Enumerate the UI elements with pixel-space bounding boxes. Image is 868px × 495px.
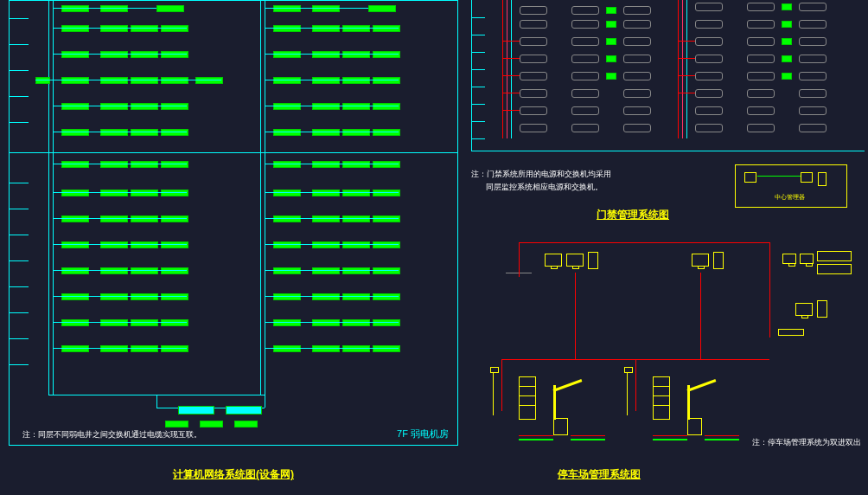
device-block (373, 267, 400, 274)
device-block (131, 241, 158, 248)
device-block (312, 267, 340, 274)
network-note: 注：同层不同弱电井之间交换机通过电缆实现互联。 (22, 429, 201, 440)
core-switch (226, 406, 262, 415)
device-block (131, 161, 158, 168)
device-block (273, 215, 301, 222)
device-block (161, 241, 188, 248)
device-block (373, 161, 400, 168)
server-block (165, 421, 188, 428)
room-label: 7F 弱电机房 (397, 428, 449, 440)
device-block (100, 51, 128, 58)
device-block (161, 345, 188, 352)
ground-loop (519, 439, 553, 440)
device-block (161, 215, 188, 222)
device-block (312, 103, 340, 110)
ground-loop (653, 439, 687, 440)
legend-computer-icon (818, 172, 827, 186)
monitor-icon (545, 254, 562, 267)
device-block (61, 215, 89, 222)
network-panel: 注：同层不同弱电井之间交换机通过电缆实现互联。 7F 弱电机房 (9, 0, 458, 446)
computer-icon (588, 252, 598, 269)
device-block (342, 51, 370, 58)
device-block (342, 293, 370, 300)
device-block (161, 190, 188, 196)
device-block (312, 241, 340, 248)
device-block (273, 241, 301, 248)
device-block (312, 190, 340, 196)
parking-note: 注：停车场管理系统为双进双出 (752, 437, 861, 448)
network-title: 计算机网络系统图(设备网) (173, 467, 294, 482)
device-block (61, 345, 89, 352)
device-block (61, 129, 89, 136)
device-block (342, 103, 370, 110)
device-block (342, 267, 370, 274)
device-block (273, 51, 301, 58)
device-block (312, 345, 340, 352)
device-block (161, 25, 188, 32)
device-block (273, 161, 301, 168)
computer-icon (817, 300, 827, 318)
ticket-cabinet-icon (519, 376, 536, 420)
device-block (161, 103, 188, 110)
device-block (61, 241, 89, 248)
device-block (100, 215, 128, 222)
access-note-line1: 注：门禁系统所用的电源和交换机均采用 (471, 169, 611, 180)
device-block (61, 5, 89, 12)
monitor-icon (566, 254, 584, 267)
device-block (131, 293, 158, 300)
device-block (161, 267, 188, 274)
device-block (368, 5, 396, 12)
device-block (273, 190, 301, 196)
device-block (373, 293, 400, 300)
device-block (342, 77, 370, 84)
device-block (312, 293, 340, 300)
parking-diagram: 注：停车场管理系统为双进双出 (471, 238, 860, 463)
device-block (61, 267, 89, 274)
device-block (273, 103, 301, 110)
device-block (100, 190, 128, 196)
device-block (312, 215, 340, 222)
device-block (131, 51, 158, 58)
device-block (100, 5, 128, 12)
device-block (61, 190, 89, 196)
ground-loop (571, 439, 605, 440)
core-switch (178, 406, 214, 415)
server-rack-icon (817, 251, 852, 261)
device-block (273, 129, 301, 136)
device-block (131, 319, 158, 326)
device-block (373, 215, 400, 222)
device-block (373, 103, 400, 110)
device-block (100, 267, 128, 274)
device-block (131, 25, 158, 32)
device-block (156, 5, 184, 12)
device-block (273, 267, 301, 274)
device-block (131, 77, 158, 84)
monitor-icon (692, 254, 709, 267)
device-block (100, 161, 128, 168)
device-block (161, 129, 188, 136)
device-block (373, 51, 400, 58)
device-block (161, 77, 188, 84)
legend-device-icon (744, 172, 756, 183)
device-block (61, 103, 89, 110)
parking-title: 停车场管理系统图 (558, 467, 641, 482)
device-block (312, 161, 340, 168)
device-block (273, 319, 301, 326)
cad-canvas: 注：同层不同弱电井之间交换机通过电缆实现互联。 7F 弱电机房 计算机网络系统图… (0, 0, 868, 495)
server-block (234, 421, 258, 428)
device-block (373, 319, 400, 326)
device-block (342, 345, 370, 352)
device-block (312, 5, 340, 12)
device-block (61, 293, 89, 300)
legend-box: 中心管理器 (735, 164, 847, 208)
device-block (342, 25, 370, 32)
monitor-icon (800, 254, 814, 264)
device-block (312, 25, 340, 32)
device-block (342, 190, 370, 196)
device-block (131, 190, 158, 196)
device-block (373, 345, 400, 352)
device-block (100, 25, 128, 32)
access-note-line2: 同层监控系统相应电源和交换机。 (486, 182, 603, 193)
device-block (312, 129, 340, 136)
device-block (131, 267, 158, 274)
